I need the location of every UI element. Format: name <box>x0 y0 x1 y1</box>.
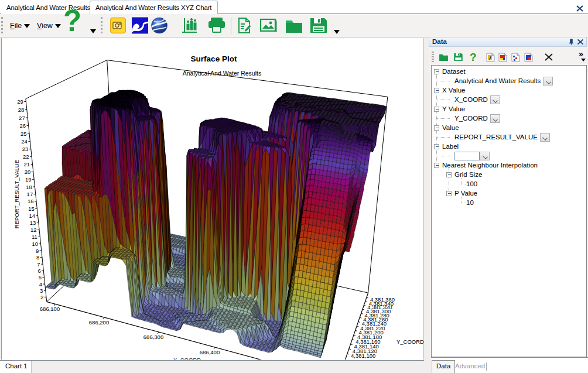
svg-text:686,400: 686,400 <box>200 349 220 355</box>
svg-text:21: 21 <box>23 161 30 167</box>
svg-text:27: 27 <box>19 115 25 121</box>
svg-text:Y_COORD: Y_COORD <box>396 338 424 345</box>
svg-text:12: 12 <box>30 227 37 233</box>
svg-text:10: 10 <box>32 241 38 247</box>
svg-text:15: 15 <box>28 206 35 212</box>
svg-text:686,300: 686,300 <box>143 334 163 340</box>
svg-text:29: 29 <box>17 98 23 105</box>
svg-text:8: 8 <box>36 254 39 261</box>
svg-text:13: 13 <box>30 220 36 226</box>
svg-text:4: 4 <box>39 281 42 288</box>
svg-text:686,200: 686,200 <box>89 319 109 326</box>
svg-text:4,381,360: 4,381,360 <box>370 296 395 303</box>
svg-text:Analytical And Water Results: Analytical And Water Results <box>183 70 261 77</box>
svg-text:18: 18 <box>26 184 32 190</box>
svg-text:2: 2 <box>40 294 43 300</box>
svg-text:20: 20 <box>25 169 31 175</box>
svg-text:Surface Plot: Surface Plot <box>191 54 237 63</box>
svg-text:19: 19 <box>25 176 32 183</box>
svg-text:26: 26 <box>20 122 26 129</box>
svg-text:X_COORD: X_COORD <box>173 357 201 360</box>
svg-text:14: 14 <box>29 213 36 219</box>
svg-text:REPORT_RESULT_VALUE: REPORT_RESULT_VALUE <box>13 160 20 228</box>
svg-text:22: 22 <box>23 153 29 160</box>
svg-text:7: 7 <box>37 261 40 268</box>
svg-text:16: 16 <box>28 198 34 204</box>
svg-text:686,100: 686,100 <box>40 306 60 312</box>
svg-text:3: 3 <box>40 288 43 294</box>
svg-text:5: 5 <box>39 274 42 280</box>
svg-text:25: 25 <box>20 131 27 137</box>
svg-text:23: 23 <box>22 146 29 152</box>
svg-text:6: 6 <box>38 268 41 274</box>
svg-text:11: 11 <box>32 234 37 240</box>
svg-text:24: 24 <box>21 138 28 145</box>
svg-text:9: 9 <box>36 248 39 254</box>
svg-text:28: 28 <box>18 107 25 113</box>
svg-text:17: 17 <box>27 191 33 197</box>
